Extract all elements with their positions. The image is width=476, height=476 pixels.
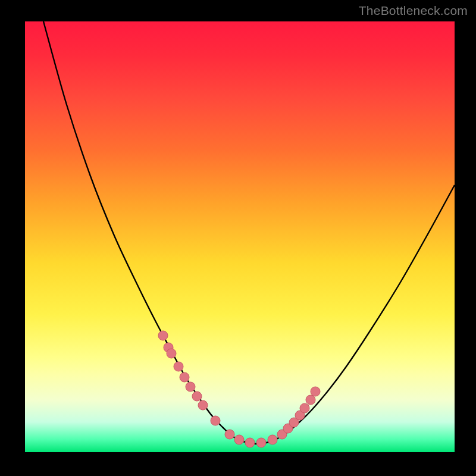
marker-dot: [225, 430, 234, 439]
marker-dot: [311, 387, 320, 396]
marker-dot: [306, 395, 315, 405]
marker-dot: [245, 438, 255, 447]
watermark-text: TheBottleneck.com: [359, 4, 468, 18]
marker-dot: [192, 392, 202, 401]
marker-dot: [158, 331, 168, 340]
marker-dot: [180, 372, 189, 382]
marker-dot: [268, 435, 277, 444]
marker-dot: [300, 403, 309, 413]
curve-layer: [25, 21, 455, 452]
marker-dot: [174, 362, 183, 371]
marker-dot: [198, 400, 208, 410]
marker-dot: [234, 435, 244, 444]
marker-dot: [186, 382, 195, 392]
marker-dots: [158, 331, 320, 447]
marker-dot: [256, 438, 266, 447]
plot-area: [25, 21, 455, 452]
marker-dot: [211, 416, 220, 425]
chart-frame: TheBottleneck.com: [0, 0, 476, 476]
marker-dot: [167, 349, 176, 358]
bottleneck-curve: [43, 21, 455, 444]
